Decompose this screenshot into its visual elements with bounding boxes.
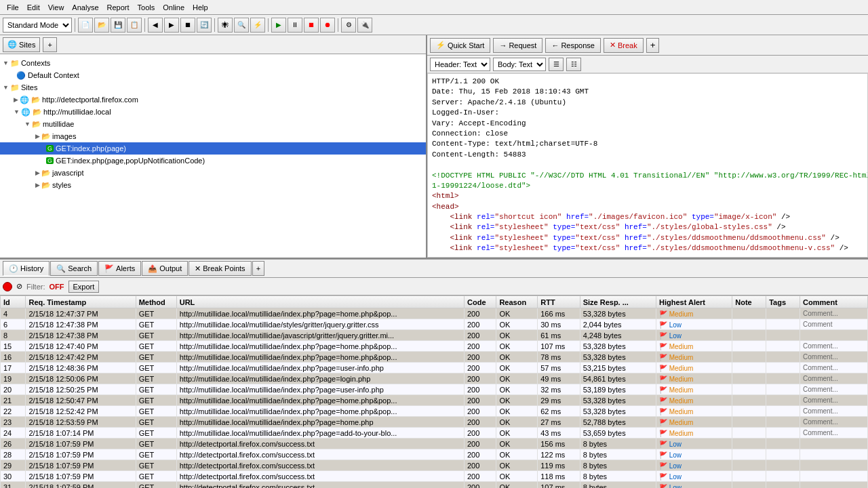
menu-help[interactable]: Help: [189, 2, 212, 13]
tab-search[interactable]: 🔍 Search: [50, 261, 98, 276]
menu-online[interactable]: Online: [159, 2, 189, 13]
col-size[interactable]: Size Resp. ...: [580, 296, 656, 308]
break-button[interactable]: ✕ Break: [604, 38, 644, 53]
mutillidae-local-expand-icon[interactable]: ▼: [14, 108, 20, 115]
col-reason[interactable]: Reason: [496, 296, 538, 308]
col-url[interactable]: URL: [176, 296, 464, 308]
toolbar-scan-btn[interactable]: 🔍: [234, 18, 249, 33]
col-code[interactable]: Code: [465, 296, 496, 308]
tree-get-index-popup[interactable]: G GET:index.php(page,popUpNotificationCo…: [0, 155, 426, 167]
header-select[interactable]: Header: Text: [430, 58, 490, 71]
menu-file[interactable]: File: [3, 2, 23, 13]
sites-add-button[interactable]: +: [43, 37, 56, 52]
toolbar-back-btn[interactable]: ◀: [148, 18, 163, 33]
sites-button[interactable]: 🌐 Sites: [3, 37, 40, 52]
cell-rtt: 57 ms: [538, 363, 580, 373]
table-row[interactable]: 29 2/15/18 1:07:59 PM GET http://detectp…: [1, 460, 868, 471]
table-row[interactable]: 15 2/15/18 12:47:40 PM GET http://mutill…: [1, 341, 868, 352]
table-row[interactable]: 19 2/15/18 12:50:06 PM GET http://mutill…: [1, 373, 868, 384]
table-row[interactable]: 26 2/15/18 1:07:59 PM GET http://detectp…: [1, 439, 868, 449]
tab-alerts[interactable]: 🚩 Alerts: [98, 261, 141, 276]
request-table[interactable]: Id Req. Timestamp Method URL Code Reason…: [0, 296, 868, 488]
tree-styles-folder[interactable]: ▶ 📂 styles: [0, 179, 426, 191]
col-note[interactable]: Note: [732, 296, 766, 308]
table-row[interactable]: 30 2/15/18 1:07:59 PM GET http://detectp…: [1, 471, 868, 482]
right-add-button[interactable]: +: [646, 38, 660, 53]
resp-line-7: Content-Type: text/html;charset=UTF-8: [432, 139, 863, 149]
tree-get-index-page[interactable]: G GET:index.php(page): [0, 142, 426, 155]
menu-edit[interactable]: Edit: [23, 2, 44, 13]
toolbar-fwd-btn[interactable]: ▶: [164, 18, 179, 33]
toolbar-options-btn[interactable]: ⚙: [341, 18, 356, 33]
col-comment[interactable]: Comment: [800, 296, 868, 308]
toolbar-save-btn[interactable]: 💾: [111, 18, 125, 33]
tree-mutillidae-folder[interactable]: ▼ 📂 mutillidae: [0, 118, 426, 130]
cell-url: http://mutillidae.local/mutillidae/index…: [176, 363, 464, 373]
table-row[interactable]: 22 2/15/18 12:52:42 PM GET http://mutill…: [1, 406, 868, 417]
export-button[interactable]: Export: [68, 281, 100, 293]
tab-add-button[interactable]: +: [252, 261, 264, 276]
col-tags[interactable]: Tags: [766, 296, 800, 308]
col-id[interactable]: Id: [1, 296, 26, 308]
toolbar-open-btn[interactable]: 📂: [94, 18, 109, 33]
menu-view[interactable]: View: [44, 2, 68, 13]
toolbar-addons-btn[interactable]: 🔌: [357, 18, 372, 33]
response-button[interactable]: ← Response: [545, 38, 601, 53]
toolbar-stop2-btn[interactable]: ⏹: [304, 18, 319, 33]
table-row[interactable]: 31 2/15/18 1:07:59 PM GET http://detectp…: [1, 482, 868, 489]
tree-detectportal[interactable]: ▶ 🌐 📂 http://detectportal.firefox.com: [0, 94, 426, 106]
tab-history[interactable]: 🕐 History: [3, 261, 50, 276]
col-method[interactable]: Method: [136, 296, 176, 308]
styles-expand-icon[interactable]: ▶: [35, 182, 40, 188]
table-row[interactable]: 4 2/15/18 12:47:37 PM GET http://mutilli…: [1, 308, 868, 319]
tree-default-context[interactable]: 🔵 Default Context: [0, 69, 426, 81]
tab-breakpoints[interactable]: ✕ Break Points: [189, 261, 251, 276]
menu-analyse[interactable]: Analyse: [68, 2, 102, 13]
resp-view-btn-1[interactable]: ☰: [549, 58, 564, 71]
mode-select[interactable]: Standard Mode: [3, 18, 72, 33]
toolbar-active-btn[interactable]: ⚡: [250, 18, 265, 33]
table-row[interactable]: 23 2/15/18 12:53:59 PM GET http://mutill…: [1, 417, 868, 428]
toolbar-spider-btn[interactable]: 🕷: [218, 18, 233, 33]
tree-sites[interactable]: ▼ 📁 Sites: [0, 81, 426, 94]
toolbar-new-btn[interactable]: 📄: [78, 18, 93, 33]
tree-images-folder[interactable]: ▶ 📂 images: [0, 130, 426, 142]
table-row[interactable]: 8 2/15/18 12:47:38 PM GET http://mutilli…: [1, 330, 868, 341]
toolbar-start-btn[interactable]: ▶: [271, 18, 286, 33]
expand-icon[interactable]: ▼: [3, 60, 9, 66]
table-row[interactable]: 6 2/15/18 12:47:38 PM GET http://mutilli…: [1, 319, 868, 330]
tree-contexts[interactable]: ▼ 📁 Contexts: [0, 57, 426, 69]
toolbar-refresh-btn[interactable]: 🔄: [197, 18, 212, 33]
resp-view-btn-2[interactable]: ☷: [566, 58, 581, 71]
mutillidae-folder-expand-icon[interactable]: ▼: [24, 121, 31, 127]
col-rtt[interactable]: RTT: [538, 296, 580, 308]
toolbar-stop-btn[interactable]: ⏹: [180, 18, 195, 33]
response-body[interactable]: HTTP/1.1 200 OK Date: Thu, 15 Feb 2018 1…: [427, 73, 868, 258]
quick-start-button[interactable]: ⚡ Quick Start: [430, 38, 490, 53]
col-timestamp[interactable]: Req. Timestamp: [26, 296, 136, 308]
javascript-expand-icon[interactable]: ▶: [35, 169, 40, 176]
body-select[interactable]: Body: Text: [493, 58, 546, 71]
toolbar-record-btn[interactable]: ⏺: [320, 18, 335, 33]
request-button[interactable]: → Request: [493, 38, 542, 53]
menu-tools[interactable]: Tools: [134, 2, 159, 13]
images-expand-icon[interactable]: ▶: [35, 133, 40, 140]
tab-output[interactable]: 📤 Output: [142, 261, 188, 276]
table-row[interactable]: 17 2/15/18 12:48:36 PM GET http://mutill…: [1, 363, 868, 373]
table-row[interactable]: 21 2/15/18 12:50:47 PM GET http://mutill…: [1, 395, 868, 406]
table-row[interactable]: 24 2/15/18 1:07:14 PM GET http://mutilli…: [1, 428, 868, 439]
toolbar-pause-btn[interactable]: ⏸: [288, 18, 302, 33]
col-alert[interactable]: Highest Alert: [656, 296, 732, 308]
toolbar-save-as-btn[interactable]: 📋: [127, 18, 142, 33]
table-row[interactable]: 28 2/15/18 1:07:59 PM GET http://detectp…: [1, 449, 868, 460]
menu-report[interactable]: Report: [103, 2, 134, 13]
table-row[interactable]: 16 2/15/18 12:47:42 PM GET http://mutill…: [1, 352, 868, 363]
detectportal-expand-icon[interactable]: ▶: [14, 96, 18, 103]
cell-rtt: 49 ms: [538, 373, 580, 384]
table-row[interactable]: 20 2/15/18 12:50:25 PM GET http://mutill…: [1, 384, 868, 395]
tree-mutillidae-local[interactable]: ▼ 🌐 📂 http://mutillidae.local: [0, 106, 426, 118]
sites-expand-icon[interactable]: ▼: [3, 84, 9, 91]
clear-icon[interactable]: ⊘: [16, 282, 22, 291]
tree-area[interactable]: ▼ 📁 Contexts 🔵 Default Context ▼ 📁 Sites…: [0, 54, 426, 258]
tree-javascript-folder[interactable]: ▶ 📂 javascript: [0, 167, 426, 179]
